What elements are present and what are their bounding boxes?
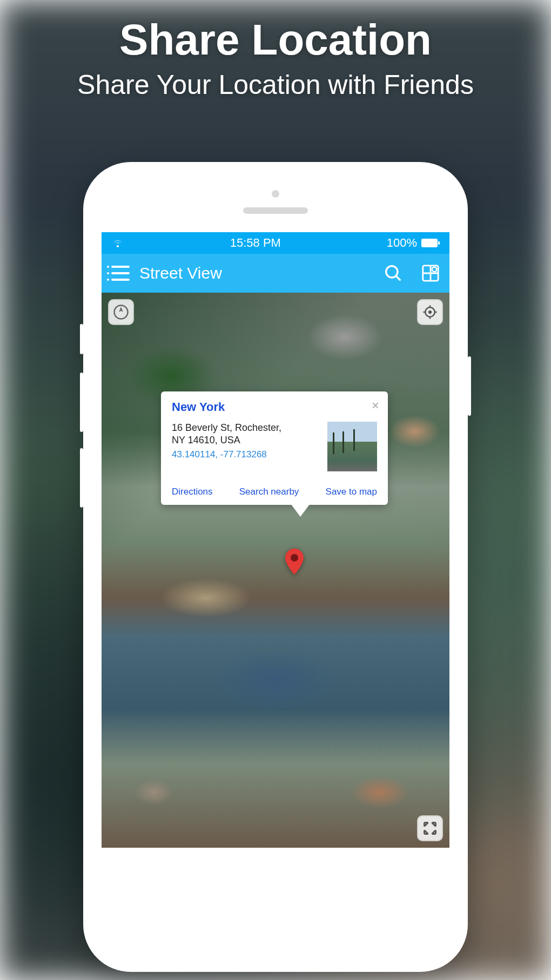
- map-mode-icon[interactable]: [421, 264, 440, 282]
- promo-subtitle: Share Your Location with Friends: [0, 69, 551, 100]
- svg-point-7: [291, 554, 298, 562]
- phone-volume-down: [80, 448, 83, 508]
- phone-camera: [272, 190, 279, 198]
- svg-point-3: [432, 267, 437, 272]
- compass-button[interactable]: [108, 299, 134, 325]
- phone-mute-switch: [80, 324, 83, 354]
- wifi-icon: [111, 238, 124, 248]
- callout-address-line1: 16 Beverly St, Rochester,: [172, 422, 320, 434]
- fullscreen-button[interactable]: [417, 815, 443, 841]
- phone-volume-up: [80, 373, 83, 432]
- streetview-thumbnail[interactable]: [327, 422, 377, 471]
- save-to-map-link[interactable]: Save to map: [326, 486, 377, 497]
- menu-icon[interactable]: [111, 266, 130, 281]
- svg-rect-1: [438, 241, 440, 245]
- svg-rect-0: [421, 239, 438, 247]
- search-nearby-link[interactable]: Search nearby: [239, 486, 299, 497]
- directions-link[interactable]: Directions: [172, 486, 213, 497]
- status-bar: 15:58 PM 100%: [102, 232, 449, 254]
- app-title: Street View: [139, 264, 375, 282]
- location-callout: × New York 16 Beverly St, Rochester, NY …: [161, 391, 388, 505]
- phone-power-button: [468, 356, 471, 416]
- status-battery-pct: 100%: [387, 236, 417, 250]
- locate-button[interactable]: [417, 299, 443, 325]
- callout-address-line2: NY 14610, USA: [172, 434, 320, 447]
- screen: 15:58 PM 100% Street View: [102, 232, 449, 848]
- map-canvas[interactable]: × New York 16 Beverly St, Rochester, NY …: [102, 293, 449, 848]
- map-pin-icon[interactable]: [285, 549, 304, 577]
- search-icon[interactable]: [385, 265, 402, 282]
- status-time: 15:58 PM: [230, 236, 281, 250]
- promo-text: Share Location Share Your Location with …: [0, 15, 551, 100]
- app-bar: Street View: [102, 254, 449, 293]
- promo-title: Share Location: [0, 15, 551, 65]
- callout-coords[interactable]: 43.140114, -77.713268: [172, 449, 320, 460]
- close-icon[interactable]: ×: [372, 399, 379, 412]
- svg-point-6: [428, 310, 432, 314]
- callout-title[interactable]: New York: [172, 400, 377, 414]
- battery-icon: [421, 239, 440, 247]
- phone-frame: 15:58 PM 100% Street View: [83, 162, 468, 972]
- phone-speaker: [243, 207, 308, 214]
